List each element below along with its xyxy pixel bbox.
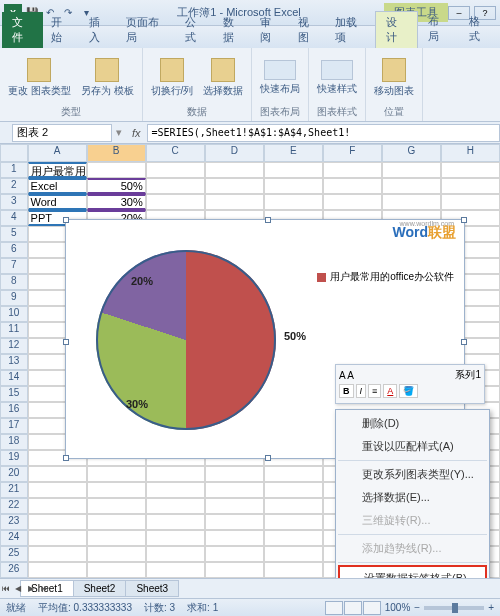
cell[interactable] [87, 530, 146, 546]
font-size-sample[interactable]: A A [339, 370, 354, 381]
row-head[interactable]: 8 [0, 274, 28, 290]
row-head[interactable]: 14 [0, 370, 28, 386]
cell[interactable] [205, 546, 264, 562]
row-head[interactable]: 10 [0, 306, 28, 322]
cell[interactable] [87, 498, 146, 514]
data-label-50[interactable]: 50% [284, 330, 306, 342]
cell[interactable] [205, 562, 264, 578]
row-head[interactable]: 20 [0, 466, 28, 482]
zoom-slider[interactable] [424, 606, 484, 610]
cell[interactable] [205, 466, 264, 482]
last-sheet-icon[interactable]: ⏭ [41, 584, 53, 593]
data-label-30[interactable]: 30% [126, 398, 148, 410]
font-color-button[interactable]: A [383, 384, 397, 398]
cell[interactable] [146, 482, 205, 498]
cell[interactable]: 30% [87, 194, 146, 210]
select-all-corner[interactable] [0, 144, 28, 162]
cell[interactable] [87, 562, 146, 578]
select-data-button[interactable]: 选择数据 [199, 56, 247, 100]
cell[interactable] [28, 498, 87, 514]
cell[interactable]: Excel [28, 178, 87, 194]
cell[interactable]: 50% [87, 178, 146, 194]
zoom-thumb[interactable] [452, 603, 458, 613]
cell[interactable] [323, 194, 382, 210]
cell[interactable] [264, 178, 323, 194]
col-C[interactable]: C [146, 144, 205, 162]
row-head[interactable]: 12 [0, 338, 28, 354]
tab-chart-design[interactable]: 设计 [375, 11, 418, 48]
cell[interactable] [205, 178, 264, 194]
resize-handle[interactable] [63, 217, 69, 223]
menu-change-series-type[interactable]: 更改系列图表类型(Y)... [338, 463, 487, 486]
cell[interactable] [146, 162, 205, 178]
row-head[interactable]: 7 [0, 258, 28, 274]
tab-data[interactable]: 数据 [215, 12, 252, 48]
cell[interactable] [87, 482, 146, 498]
switch-row-col-button[interactable]: 切换行/列 [147, 56, 198, 100]
cell[interactable] [87, 514, 146, 530]
name-box[interactable]: 图表 2 [12, 124, 112, 142]
prev-sheet-icon[interactable]: ◀ [15, 584, 27, 593]
resize-handle[interactable] [63, 455, 69, 461]
cell[interactable] [441, 162, 500, 178]
align-button[interactable]: ≡ [368, 384, 381, 398]
tab-chart-layout[interactable]: 布局 [418, 11, 459, 48]
tab-home[interactable]: 开始 [43, 12, 80, 48]
cell[interactable] [441, 194, 500, 210]
namebox-dropdown-icon[interactable]: ▾ [112, 126, 126, 139]
italic-button[interactable]: I [356, 384, 367, 398]
cell[interactable] [323, 162, 382, 178]
cell[interactable] [264, 562, 323, 578]
resize-handle[interactable] [265, 455, 271, 461]
row-head[interactable]: 2 [0, 178, 28, 194]
row-head[interactable]: 23 [0, 514, 28, 530]
cell[interactable] [264, 194, 323, 210]
cell[interactable] [264, 514, 323, 530]
tab-chart-format[interactable]: 格式 [459, 11, 500, 48]
tab-page-layout[interactable]: 页面布局 [118, 12, 177, 48]
row-head[interactable]: 18 [0, 434, 28, 450]
cell[interactable] [146, 546, 205, 562]
row-head[interactable]: 16 [0, 402, 28, 418]
row-head[interactable]: 19 [0, 450, 28, 466]
col-E[interactable]: E [264, 144, 323, 162]
zoom-out-button[interactable]: − [414, 602, 420, 613]
tab-view[interactable]: 视图 [290, 12, 327, 48]
cell[interactable] [28, 466, 87, 482]
tab-formulas[interactable]: 公式 [177, 12, 214, 48]
cell[interactable] [382, 178, 441, 194]
menu-delete[interactable]: 删除(D) [338, 412, 487, 435]
change-chart-type-button[interactable]: 更改 图表类型 [4, 56, 75, 100]
cell[interactable] [146, 514, 205, 530]
cell[interactable] [382, 162, 441, 178]
row-head[interactable]: 24 [0, 530, 28, 546]
cell[interactable] [264, 530, 323, 546]
menu-reset-style[interactable]: 重设以匹配样式(A) [338, 435, 487, 458]
col-A[interactable]: A [28, 144, 87, 162]
fx-icon[interactable]: fx [126, 127, 147, 139]
row-head[interactable]: 4 [0, 210, 28, 226]
col-G[interactable]: G [382, 144, 441, 162]
cell[interactable] [87, 546, 146, 562]
row-head[interactable]: 5 [0, 226, 28, 242]
cell[interactable] [264, 466, 323, 482]
col-B[interactable]: B [87, 144, 146, 162]
cell[interactable] [28, 530, 87, 546]
row-head[interactable]: 22 [0, 498, 28, 514]
bold-button[interactable]: B [339, 384, 354, 398]
row-head[interactable]: 26 [0, 562, 28, 578]
pie-chart[interactable]: 50% 30% 20% [96, 250, 276, 430]
cell[interactable] [28, 514, 87, 530]
cell[interactable] [264, 482, 323, 498]
save-as-template-button[interactable]: 另存为 模板 [77, 56, 138, 100]
chart-legend[interactable]: 用户最常用的office办公软件 [317, 270, 454, 284]
col-D[interactable]: D [205, 144, 264, 162]
cell[interactable] [205, 162, 264, 178]
cell[interactable] [146, 466, 205, 482]
sheet-tab-3[interactable]: Sheet3 [125, 580, 179, 597]
cell[interactable] [264, 546, 323, 562]
next-sheet-icon[interactable]: ▶ [28, 584, 40, 593]
zoom-level[interactable]: 100% [385, 602, 411, 613]
move-chart-button[interactable]: 移动图表 [370, 56, 418, 100]
formula-bar[interactable]: =SERIES(,Sheet1!$A$1:$A$4,Sheet1! [147, 124, 500, 142]
